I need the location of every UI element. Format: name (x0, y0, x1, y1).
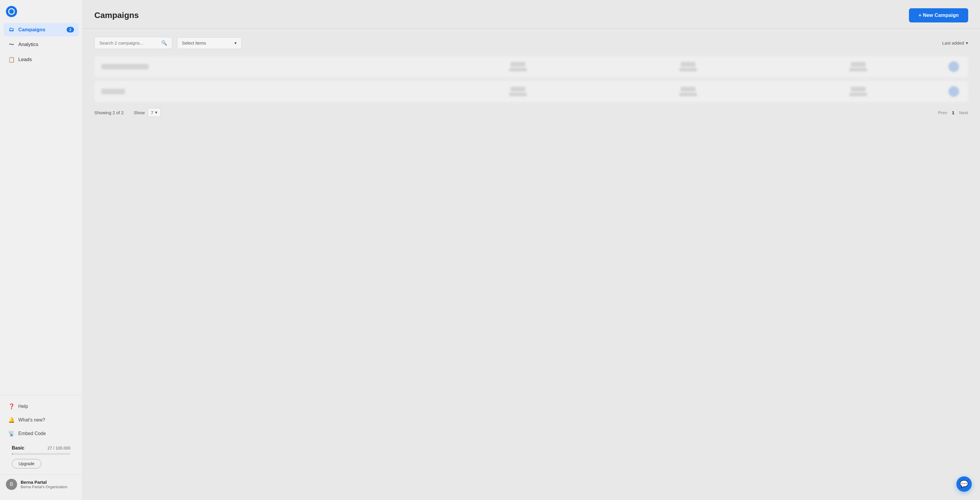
pagination-row: Showing 2 of 2 Show 7 ▾ Prev 1 Next (94, 105, 968, 119)
action-button[interactable] (948, 61, 959, 72)
stat-label (850, 93, 867, 96)
chat-widget[interactable]: 💬 (956, 476, 972, 492)
avatar-initial: B (10, 482, 13, 487)
sidebar-item-campaigns[interactable]: 🗂 Campaigns 2 (3, 23, 79, 36)
show-value: 7 (151, 110, 153, 115)
app-logo (6, 6, 17, 17)
campaign-stat-2 (606, 87, 770, 96)
help-icon: ❓ (8, 403, 15, 410)
sidebar-item-analytics-label: Analytics (18, 42, 38, 48)
campaigns-table (94, 56, 968, 102)
prev-button[interactable]: Prev (938, 110, 947, 115)
stat-label (509, 68, 527, 72)
stat-value (681, 87, 695, 91)
table-row[interactable] (94, 56, 968, 77)
campaign-stat-3 (776, 87, 940, 96)
page-header: Campaigns + New Campaign (83, 0, 980, 29)
stat-value (851, 62, 865, 67)
sidebar-item-embed-code-label: Embed Code (18, 431, 46, 436)
campaign-name-placeholder (102, 89, 125, 94)
sidebar-item-analytics[interactable]: 〜 Analytics (3, 37, 79, 52)
page-controls: Prev 1 Next (938, 110, 968, 115)
user-name: Berna Partal (21, 480, 67, 485)
stat-value (851, 87, 865, 91)
content-area: 🔍 Select items ▾ Last added ▾ (83, 29, 980, 500)
stat-value (681, 62, 695, 67)
user-org: Berna Partal's Organization (21, 485, 67, 489)
sort-chevron-icon: ▾ (966, 40, 968, 46)
campaign-name-col (102, 64, 430, 69)
page-number: 1 (952, 110, 955, 115)
main-content: Campaigns + New Campaign 🔍 Select items … (83, 0, 980, 500)
campaign-action[interactable] (947, 61, 961, 72)
select-items-label: Select items (182, 40, 206, 45)
table-row[interactable] (94, 81, 968, 102)
sort-control[interactable]: Last added ▾ (942, 40, 968, 46)
user-section: B Berna Partal Berna Partal's Organizati… (0, 474, 82, 494)
campaign-stat-3 (776, 62, 940, 72)
campaign-name-col (102, 89, 430, 94)
analytics-icon: 〜 (8, 41, 15, 48)
filters-row: 🔍 Select items ▾ Last added ▾ (94, 37, 968, 49)
plan-name: Basic (12, 446, 24, 451)
campaign-stat-2 (606, 62, 770, 72)
sidebar-item-embed-code[interactable]: 📡 Embed Code (3, 427, 79, 440)
sort-label-text: Last added (942, 40, 964, 45)
leads-icon: 📋 (8, 56, 15, 63)
plan-bar-background (12, 453, 70, 455)
show-per-page-select[interactable]: 7 ▾ (148, 108, 161, 117)
campaigns-icon: 🗂 (8, 27, 15, 33)
bell-icon: 🔔 (8, 417, 15, 423)
plan-section: Basic 27 / 100.000 Upgrade (7, 441, 75, 472)
sidebar-item-help-label: Help (18, 404, 28, 409)
avatar: B (6, 479, 17, 490)
search-box[interactable]: 🔍 (94, 37, 172, 49)
sidebar-item-whats-new-label: What's new? (18, 417, 45, 423)
show-label: Show (134, 110, 145, 115)
show-chevron-icon: ▾ (155, 110, 158, 115)
embed-icon: 📡 (8, 430, 15, 437)
sidebar-item-help[interactable]: ❓ Help (3, 400, 79, 413)
campaign-name-placeholder (102, 64, 149, 69)
main-nav: 🗂 Campaigns 2 〜 Analytics 📋 Leads (0, 23, 82, 390)
sidebar-item-leads[interactable]: 📋 Leads (3, 53, 79, 66)
new-campaign-button[interactable]: + New Campaign (909, 8, 968, 22)
stat-label (509, 93, 527, 96)
upgrade-button[interactable]: Upgrade (12, 459, 41, 468)
plan-header: Basic 27 / 100.000 (12, 446, 70, 451)
campaign-action[interactable] (947, 86, 961, 97)
logo-area (0, 6, 82, 23)
chat-icon: 💬 (960, 480, 969, 488)
stat-label (850, 68, 867, 72)
next-button[interactable]: Next (959, 110, 968, 115)
search-icon: 🔍 (161, 40, 167, 46)
search-input[interactable] (99, 40, 158, 45)
sidebar-item-whats-new[interactable]: 🔔 What's new? (3, 414, 79, 427)
sidebar-item-campaigns-label: Campaigns (18, 27, 45, 33)
show-control: Showing 2 of 2 Show 7 ▾ (94, 108, 161, 117)
page-title: Campaigns (94, 11, 139, 20)
select-items-dropdown[interactable]: Select items ▾ (177, 37, 242, 49)
showing-text: Showing 2 of 2 (94, 110, 124, 115)
chevron-down-icon: ▾ (234, 40, 237, 46)
sidebar-bottom-nav: ❓ Help 🔔 What's new? 📡 Embed Code Basic … (0, 395, 82, 472)
sidebar-item-leads-label: Leads (18, 57, 32, 62)
plan-usage: 27 / 100.000 (48, 446, 70, 450)
action-button[interactable] (948, 86, 959, 97)
user-info: Berna Partal Berna Partal's Organization (21, 480, 67, 489)
stat-value (511, 62, 525, 67)
sidebar: 🗂 Campaigns 2 〜 Analytics 📋 Leads ❓ Help… (0, 0, 83, 500)
stat-label (679, 68, 697, 72)
stat-label (679, 93, 697, 96)
campaign-stat-1 (436, 87, 600, 96)
campaigns-badge: 2 (67, 27, 74, 32)
campaign-stat-1 (436, 62, 600, 72)
stat-value (511, 87, 525, 91)
plan-bar-fill (12, 453, 13, 455)
logo-inner-ring (8, 8, 15, 15)
